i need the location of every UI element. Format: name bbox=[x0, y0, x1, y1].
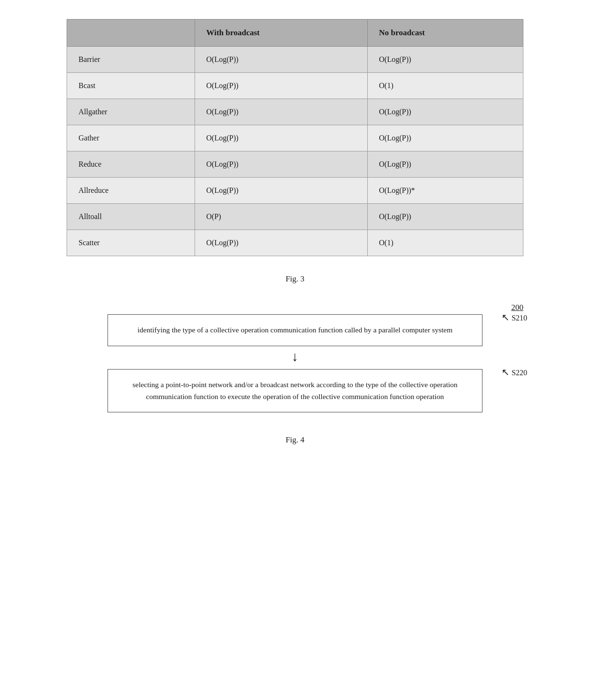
step1-label: ↙ S210 bbox=[502, 312, 527, 324]
table-row: AllgatherO(Log(P))O(Log(P)) bbox=[67, 99, 523, 125]
with-broadcast-cell: O(P) bbox=[195, 204, 367, 230]
table-section: With broadcast No broadcast BarrierO(Log… bbox=[67, 19, 523, 256]
table-header-no-broadcast: No broadcast bbox=[367, 20, 523, 47]
operation-cell: Reduce bbox=[67, 151, 195, 178]
operation-cell: Bcast bbox=[67, 73, 195, 99]
s220-curve: ↙ bbox=[502, 367, 510, 379]
step1-text: identifying the type of a collective ope… bbox=[138, 326, 452, 334]
complexity-table: With broadcast No broadcast BarrierO(Log… bbox=[67, 19, 523, 256]
table-row: AlltoallO(P)O(Log(P)) bbox=[67, 204, 523, 230]
no-broadcast-cell: O(Log(P)) bbox=[367, 125, 523, 151]
steps-container: ↙ S210 identifying the type of a collect… bbox=[67, 303, 523, 412]
fig4-label: Fig. 4 bbox=[285, 435, 305, 445]
table-row: BarrierO(Log(P))O(Log(P)) bbox=[67, 47, 523, 73]
flowchart-section: 200 ↙ S210 identifying the type of a col… bbox=[67, 303, 523, 412]
table-header-with-broadcast: With broadcast bbox=[195, 20, 367, 47]
table-row: ReduceO(Log(P))O(Log(P)) bbox=[67, 151, 523, 178]
no-broadcast-cell: O(Log(P)) bbox=[367, 151, 523, 178]
no-broadcast-cell: O(Log(P))* bbox=[367, 178, 523, 204]
arrow-down-1: ↓ bbox=[292, 350, 298, 363]
with-broadcast-cell: O(Log(P)) bbox=[195, 73, 367, 99]
with-broadcast-cell: O(Log(P)) bbox=[195, 230, 367, 256]
table-header-operation bbox=[67, 20, 195, 47]
table-row: BcastO(Log(P))O(1) bbox=[67, 73, 523, 99]
page-content: With broadcast No broadcast BarrierO(Log… bbox=[29, 19, 561, 445]
step2-wrapper: ↙ S220 selecting a point-to-point networ… bbox=[67, 367, 523, 413]
step2-text: selecting a point-to-point network and/o… bbox=[132, 380, 457, 400]
no-broadcast-cell: O(1) bbox=[367, 230, 523, 256]
operation-cell: Gather bbox=[67, 125, 195, 151]
s220-text: S220 bbox=[511, 369, 527, 377]
no-broadcast-cell: O(Log(P)) bbox=[367, 204, 523, 230]
with-broadcast-cell: O(Log(P)) bbox=[195, 125, 367, 151]
step2-label: ↙ S220 bbox=[502, 367, 527, 379]
s210-curve: ↙ bbox=[502, 312, 510, 324]
no-broadcast-cell: O(Log(P)) bbox=[367, 47, 523, 73]
with-broadcast-cell: O(Log(P)) bbox=[195, 151, 367, 178]
s210-text: S210 bbox=[511, 314, 527, 322]
operation-cell: Allreduce bbox=[67, 178, 195, 204]
operation-cell: Barrier bbox=[67, 47, 195, 73]
table-row: GatherO(Log(P))O(Log(P)) bbox=[67, 125, 523, 151]
fig3-label: Fig. 3 bbox=[285, 274, 305, 284]
with-broadcast-cell: O(Log(P)) bbox=[195, 178, 367, 204]
with-broadcast-cell: O(Log(P)) bbox=[195, 47, 367, 73]
no-broadcast-cell: O(1) bbox=[367, 73, 523, 99]
step2-box: selecting a point-to-point network and/o… bbox=[108, 369, 482, 413]
table-row: AllreduceO(Log(P))O(Log(P))* bbox=[67, 178, 523, 204]
operation-cell: Alltoall bbox=[67, 204, 195, 230]
step1-box: identifying the type of a collective ope… bbox=[108, 314, 482, 346]
with-broadcast-cell: O(Log(P)) bbox=[195, 99, 367, 125]
operation-cell: Allgather bbox=[67, 99, 195, 125]
no-broadcast-cell: O(Log(P)) bbox=[367, 99, 523, 125]
operation-cell: Scatter bbox=[67, 230, 195, 256]
step1-wrapper: ↙ S210 identifying the type of a collect… bbox=[67, 312, 523, 346]
table-row: ScatterO(Log(P))O(1) bbox=[67, 230, 523, 256]
